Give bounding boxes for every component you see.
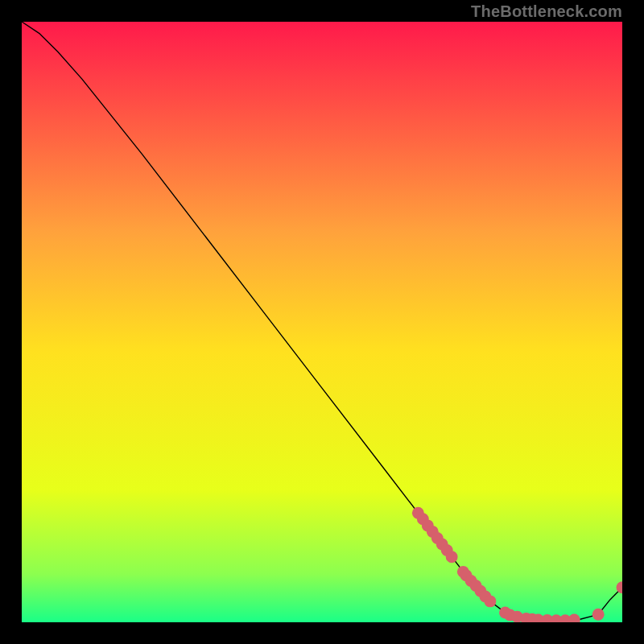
watermark-text: TheBottleneck.com — [471, 3, 622, 19]
chart-stage: TheBottleneck.com — [0, 0, 644, 644]
data-marker — [484, 595, 496, 607]
data-marker — [446, 551, 458, 563]
gradient-background — [22, 22, 622, 622]
data-marker — [592, 609, 605, 621]
chart-svg — [22, 22, 622, 622]
plot-area — [22, 22, 622, 622]
